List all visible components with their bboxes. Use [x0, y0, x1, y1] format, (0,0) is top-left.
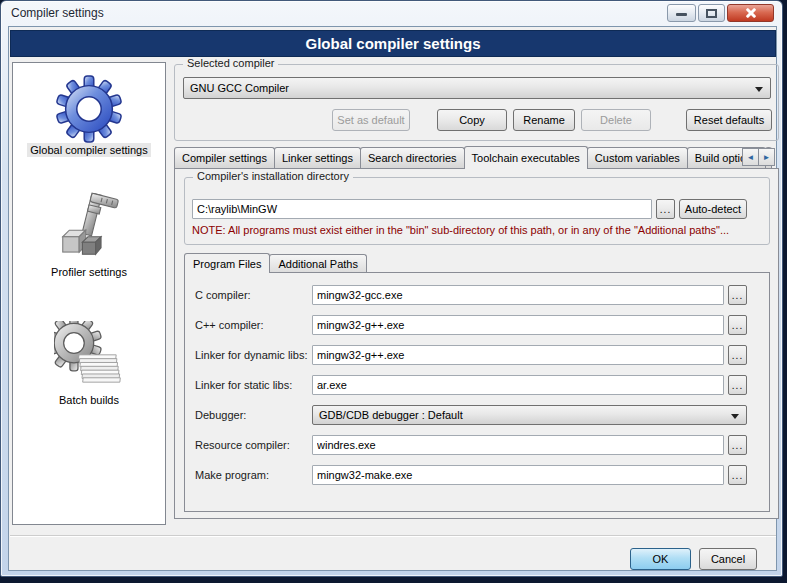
reset-defaults-button[interactable]: Reset defaults [686, 109, 772, 131]
linker-static-input[interactable] [312, 375, 724, 395]
close-icon [728, 5, 773, 21]
tab-program-files[interactable]: Program Files [184, 253, 270, 273]
linker-dynamic-label: Linker for dynamic libs: [195, 349, 308, 361]
maximize-icon [706, 9, 717, 18]
browse-directory-button[interactable]: ... [656, 199, 675, 219]
tab-search-directories[interactable]: Search directories [360, 147, 465, 168]
screen: Compiler settings Global compiler settin… [0, 0, 787, 583]
linker-dynamic-browse-button[interactable]: ... [728, 345, 747, 365]
footer-separator [10, 535, 776, 537]
make-program-browse-button[interactable]: ... [728, 465, 747, 485]
cancel-button[interactable]: Cancel [699, 548, 757, 570]
page-title: Global compiler settings [10, 30, 776, 57]
ok-button[interactable]: OK [630, 548, 691, 570]
maximize-button[interactable] [698, 4, 725, 22]
tab-scroll-buttons: ◄ ► [742, 148, 775, 166]
programs-tabbar: Program Files Additional Paths [184, 253, 366, 273]
close-button[interactable] [727, 4, 774, 22]
chevron-down-icon [731, 414, 739, 419]
sidebar-item-global-compiler-settings[interactable]: Global compiler settings [27, 143, 150, 157]
arrow-right-icon: ► [763, 153, 771, 162]
resource-compiler-label: Resource compiler: [195, 439, 290, 451]
sidebar-item-batch-builds[interactable]: Batch builds [56, 393, 122, 407]
make-program-label: Make program: [195, 469, 269, 481]
make-program-input[interactable] [312, 465, 724, 485]
tab-toolchain-executables[interactable]: Toolchain executables [464, 146, 588, 169]
arrow-left-icon: ◄ [747, 153, 755, 162]
delete-button[interactable]: Delete [581, 109, 651, 131]
linker-dynamic-input[interactable] [312, 345, 724, 365]
resource-compiler-input[interactable] [312, 435, 724, 455]
window-title: Compiler settings [11, 6, 104, 20]
gray-gear-papers-icon[interactable] [54, 321, 124, 393]
tab-compiler-settings[interactable]: Compiler settings [174, 147, 275, 168]
installation-directory-input[interactable] [192, 199, 652, 219]
tab-custom-variables[interactable]: Custom variables [587, 147, 688, 168]
set-as-default-button[interactable]: Set as default [332, 109, 410, 131]
c-compiler-input[interactable] [312, 285, 724, 305]
compiler-settings-window: Compiler settings Global compiler settin… [0, 0, 783, 577]
sidebar-item-profiler-settings[interactable]: Profiler settings [48, 265, 130, 279]
tab-scroll-right-button[interactable]: ► [758, 148, 775, 166]
cpp-compiler-input[interactable] [312, 315, 724, 335]
cpp-compiler-browse-button[interactable]: ... [728, 315, 747, 335]
resource-compiler-browse-button[interactable]: ... [728, 435, 747, 455]
copy-button[interactable]: Copy [437, 109, 507, 131]
selected-compiler-group-label: Selected compiler [183, 57, 278, 69]
blue-gear-icon[interactable] [54, 75, 124, 143]
debugger-value: GDB/CDB debugger : Default [319, 409, 463, 421]
selected-compiler-group: Selected compiler GNU GCC Compiler Set a… [174, 64, 779, 141]
c-compiler-browse-button[interactable]: ... [728, 285, 747, 305]
rename-button[interactable]: Rename [513, 109, 575, 131]
installation-directory-group-label: Compiler's installation directory [193, 170, 353, 182]
chevron-down-icon [755, 87, 763, 92]
titlebar[interactable]: Compiler settings [1, 1, 782, 25]
tab-linker-settings[interactable]: Linker settings [274, 147, 361, 168]
minimize-icon [676, 13, 687, 16]
debugger-label: Debugger: [195, 409, 246, 421]
dialog-body: Global compiler settings [8, 26, 777, 571]
selected-compiler-value: GNU GCC Compiler [190, 82, 289, 94]
linker-static-label: Linker for static libs: [195, 379, 292, 391]
note-text: NOTE: All programs must exist either in … [192, 224, 767, 236]
tab-additional-paths[interactable]: Additional Paths [269, 254, 367, 272]
debugger-combobox[interactable]: GDB/CDB debugger : Default [312, 405, 747, 425]
c-compiler-label: C compiler: [195, 289, 251, 301]
minimize-button[interactable] [667, 4, 696, 22]
tab-scroll-left-button[interactable]: ◄ [742, 148, 759, 166]
cpp-compiler-label: C++ compiler: [195, 319, 263, 331]
auto-detect-button[interactable]: Auto-detect [679, 199, 747, 219]
settings-category-list: Global compiler settings [12, 62, 166, 525]
selected-compiler-combobox[interactable]: GNU GCC Compiler [183, 77, 771, 99]
caliper-icon[interactable] [54, 191, 124, 265]
linker-static-browse-button[interactable]: ... [728, 375, 747, 395]
settings-tabbar: Compiler settings Linker settings Search… [174, 146, 779, 169]
